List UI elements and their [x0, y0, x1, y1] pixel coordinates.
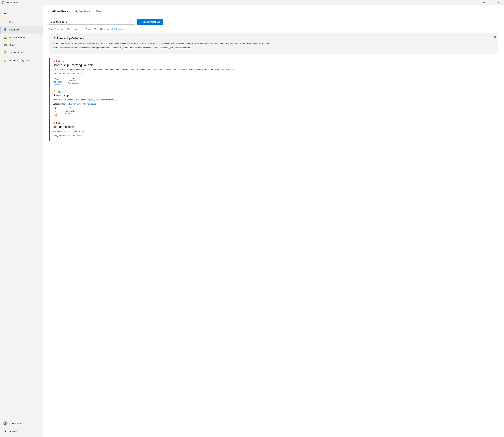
type-icon: 🔔 [53, 122, 55, 124]
category-group: Category: All Categories [100, 28, 124, 30]
category-sub-link[interactable]: Snip and Sketch [68, 72, 83, 75]
username-label: Cora Thomas [10, 422, 22, 425]
filter-value[interactable]: None [73, 28, 78, 30]
maximize-button[interactable]: □ [488, 0, 495, 5]
category-value[interactable]: All Categories [111, 28, 124, 30]
category-app-link[interactable]: Desktop Environment [61, 103, 80, 105]
feedback-list: 🔔 Problem Screen snip - rectangular snip… [49, 58, 498, 141]
device-group: Device: PC [85, 28, 97, 30]
category-app-link[interactable]: Apps [61, 134, 66, 137]
item-actions: 💬 Add similarfeedback 0 comments Add com… [53, 77, 498, 85]
minimize-button[interactable]: ─ [480, 0, 487, 5]
upvote-group: 7 Upvote 👍 [53, 107, 59, 117]
upvote-button[interactable]: 👍 [54, 113, 58, 117]
search-button[interactable]: 🔍 [130, 20, 133, 23]
feedback-item-item1: 🔔 Problem Screen snip - rectangular snip… [49, 58, 498, 88]
item-category: Category Apps > Snip and Sketch [53, 72, 498, 75]
tab-drafts[interactable]: Drafts [93, 8, 107, 15]
add-comment-link[interactable]: Add comment [68, 82, 79, 84]
sidebar-item-quests[interactable]: 🎮 Quests [0, 41, 43, 49]
item-actions: 7 Upvote 👍 2 comments Add comment [53, 107, 498, 117]
type-label: Problem [56, 60, 64, 62]
item-type: 🔔 Problem [53, 122, 498, 124]
category-sub-link[interactable]: Snip and Sketch [68, 134, 83, 137]
app-title: Feedback Hub [6, 1, 18, 3]
add-comment-link[interactable]: Add comment [65, 112, 76, 115]
type-label: Suggestion [56, 90, 66, 93]
comments-label: comments [66, 110, 74, 112]
tab-my[interactable]: My feedback [72, 8, 93, 15]
banner-text-2: Your search results may contain collecti… [53, 46, 494, 50]
add-similar-label[interactable]: Add similarfeedback [53, 81, 62, 85]
titlebar-controls: ─ □ ✕ [480, 0, 502, 5]
home-icon: ⌂ [3, 20, 7, 24]
comments-count: 0 [73, 77, 74, 79]
comments-group: 0 comments Add comment [68, 77, 79, 84]
item-title: Screen snip [53, 94, 498, 97]
item-body: App keeps crashing but then works. [53, 130, 498, 133]
upvote-count: 7 [55, 107, 56, 110]
category-label: Category: [100, 28, 110, 30]
upvote-label: Upvote [53, 110, 59, 112]
sidebar-item-achievements[interactable]: 🏆 Achievements [0, 49, 43, 57]
category-sub-link[interactable]: All other issues [83, 103, 96, 105]
filter-group: Filter: None [67, 28, 78, 30]
titlebar: 💬 Feedback Hub ─ □ ✕ [0, 0, 504, 5]
sidebar-item-label: Feedback [9, 29, 19, 31]
item-body: I want to take a Screen Clip of Screen C… [53, 98, 498, 101]
sort-value[interactable]: Trending [55, 28, 63, 30]
filter-label: Filter: [67, 28, 72, 30]
sidebar-item-label: Home [9, 21, 15, 23]
add-similar-group: 💬 Add similarfeedback [53, 77, 62, 85]
user-profile-item[interactable]: 👤 Cora Thomas [0, 419, 43, 427]
app-icon: 💬 [2, 1, 4, 4]
achievements-icon: 🏆 [3, 51, 7, 54]
sidebar-item-announcements[interactable]: 🔔 Announcements [0, 34, 43, 41]
titlebar-left: 💬 Feedback Hub [2, 1, 18, 4]
back-button[interactable]: ← [0, 5, 6, 10]
type-icon: 💡 [53, 90, 55, 93]
info-banner: 🖥 Introducing Collections A lot of you a… [49, 34, 498, 54]
sidebar-nav: ⌂ Home👤 Feedback🔔 Announcements🎮 Quests🏆… [0, 18, 43, 417]
comments-group: 2 comments Add comment [65, 107, 76, 115]
add-similar-button[interactable]: 💬 [55, 77, 59, 80]
quests-icon: 🎮 [3, 43, 7, 47]
feedback-icon: 👤 [3, 28, 7, 31]
sidebar: ← ☰ ⌂ Home👤 Feedback🔔 Announcements🎮 Que… [0, 5, 43, 437]
banner-text-1: A lot of you asked us to merge duplicate… [53, 42, 494, 45]
sidebar-item-label: Achievements [9, 51, 23, 54]
sort-label: Sort: [49, 28, 54, 30]
settings-label: Settings [9, 430, 17, 433]
item-body: I didn't want a full screen snip but had… [53, 68, 498, 71]
sidebar-item-diagnostics[interactable]: 📊 Advanced Diagnostics [0, 57, 43, 64]
item-title: snip and sketch [53, 125, 498, 129]
feedback-tabs: All feedbackMy feedbackDrafts [49, 8, 498, 15]
feedback-item-item2: 💡 Suggestion Screen snip I want to take … [49, 88, 498, 119]
sidebar-bottom: 👤 Cora Thomas ⚙ Settings [0, 417, 43, 437]
search-row: 🔍 + Add new feedback [49, 19, 498, 25]
menu-button[interactable]: ☰ [2, 12, 8, 17]
banner-close-button[interactable]: ✕ [494, 36, 496, 39]
sidebar-item-feedback[interactable]: 👤 Feedback [0, 26, 43, 34]
add-feedback-button[interactable]: + Add new feedback [137, 19, 163, 25]
diagnostics-icon: 📊 [3, 59, 7, 62]
close-button[interactable]: ✕ [495, 0, 502, 5]
app-layout: ← ☰ ⌂ Home👤 Feedback🔔 Announcements🎮 Que… [0, 5, 504, 437]
category-app-link[interactable]: Apps [61, 72, 66, 75]
comments-label: comments [70, 80, 78, 82]
device-label: Device: [85, 28, 93, 30]
device-value[interactable]: PC [93, 28, 96, 30]
item-category: Category Desktop Environment > All other… [53, 103, 498, 105]
sidebar-item-home[interactable]: ⌂ Home [0, 18, 43, 26]
item-category: Category Apps > Snip and Sketch [53, 134, 498, 137]
search-input[interactable] [51, 21, 130, 23]
item-type: 🔔 Problem [53, 60, 498, 62]
sidebar-item-label: Quests [9, 44, 16, 46]
banner-title: 🖥 Introducing Collections [53, 37, 494, 40]
avatar-icon: 👤 [4, 422, 7, 425]
tab-all[interactable]: All feedback [49, 8, 72, 15]
settings-nav-item[interactable]: ⚙ Settings [0, 427, 43, 435]
type-label: Problem [56, 122, 64, 124]
banner-title-text: Introducing Collections [57, 37, 85, 40]
avatar: 👤 [3, 421, 8, 426]
